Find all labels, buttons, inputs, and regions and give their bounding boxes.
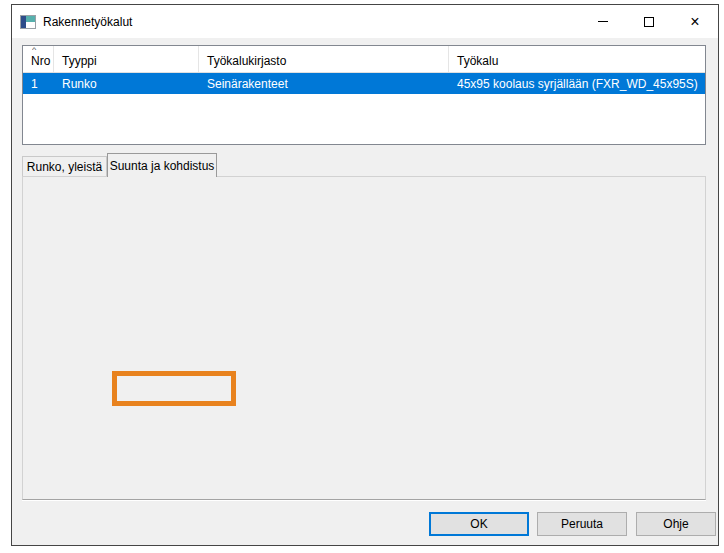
column-header-nro[interactable]: ^ Nro bbox=[23, 46, 54, 72]
cell-tyokalu: 45x95 koolaus syrjällään (FXR_WD_45x95S) bbox=[449, 77, 705, 91]
app-icon bbox=[20, 15, 36, 29]
tab-page-suunta-ja-kohdistus bbox=[22, 176, 706, 500]
minimize-button[interactable] bbox=[580, 5, 626, 38]
caption-buttons: × bbox=[580, 5, 718, 38]
tool-list: ^ Nro Tyyppi Työkalukirjasto Työkalu 1 R… bbox=[22, 45, 706, 145]
column-header-tyokalu[interactable]: Työkalu bbox=[449, 46, 705, 72]
close-button[interactable]: × bbox=[672, 5, 718, 38]
help-button-label: Ohje bbox=[663, 517, 688, 531]
column-header-tyokalukirjasto[interactable]: Työkalukirjasto bbox=[199, 46, 449, 72]
cancel-button[interactable]: Peruuta bbox=[537, 512, 627, 536]
cell-nro: 1 bbox=[23, 77, 54, 91]
table-row-selected[interactable]: 1 Runko Seinärakenteet 45x95 koolaus syr… bbox=[23, 73, 705, 94]
tab-label: Runko, yleistä bbox=[27, 160, 102, 174]
maximize-icon bbox=[644, 17, 654, 27]
cell-tyokalukirjasto: Seinärakenteet bbox=[199, 77, 449, 91]
column-header-label: Tyyppi bbox=[62, 54, 97, 68]
column-header-label: Työkalu bbox=[457, 54, 498, 68]
column-header-tyyppi[interactable]: Tyyppi bbox=[54, 46, 199, 72]
window-title: Rakennetyökalut bbox=[43, 15, 132, 29]
close-icon: × bbox=[690, 17, 699, 27]
ok-button-label: OK bbox=[470, 517, 487, 531]
ok-button[interactable]: OK bbox=[429, 512, 529, 536]
tab-runko-yleista[interactable]: Runko, yleistä bbox=[22, 156, 107, 176]
column-header-label: Nro bbox=[31, 54, 50, 68]
maximize-button[interactable] bbox=[626, 5, 672, 38]
cell-tyyppi: Runko bbox=[54, 77, 199, 91]
help-button[interactable]: Ohje bbox=[636, 512, 716, 536]
column-header-label: Työkalukirjasto bbox=[207, 54, 286, 68]
minimize-icon bbox=[598, 21, 608, 22]
cancel-button-label: Peruuta bbox=[561, 517, 603, 531]
tab-suunta-ja-kohdistus[interactable]: Suunta ja kohdistus bbox=[107, 153, 217, 177]
tool-list-header: ^ Nro Tyyppi Työkalukirjasto Työkalu bbox=[23, 46, 705, 73]
titlebar[interactable]: Rakennetyökalut × bbox=[12, 5, 718, 38]
dialog-rakennetyokalut: Rakennetyökalut × ^ Nro Tyyppi Työkaluki bbox=[11, 4, 719, 546]
tab-label: Suunta ja kohdistus bbox=[110, 159, 215, 173]
sort-ascending-icon: ^ bbox=[32, 46, 36, 54]
